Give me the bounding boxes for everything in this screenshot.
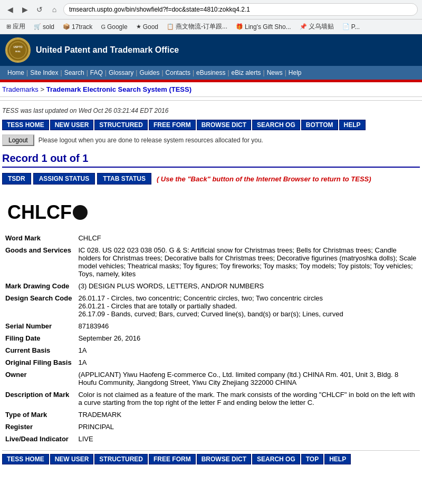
nav-search[interactable]: Search <box>62 68 87 77</box>
reload-button[interactable]: ↺ <box>34 4 45 15</box>
table-row: Original Filing Basis 1A <box>2 356 420 369</box>
search-og-bottom-button[interactable]: SEARCH OG <box>252 454 300 464</box>
field-label-goods-services: Goods and Services <box>2 244 75 280</box>
bookmark-yiwu[interactable]: 📌 义乌墙贴 <box>298 21 336 32</box>
bookmark-yiwu-label: 义乌墙贴 <box>309 22 334 31</box>
table-row: Filing Date September 26, 2016 <box>2 332 420 344</box>
trademark-circle <box>73 205 88 220</box>
bookmark-lings[interactable]: 🎁 Ling's Gift Sho... <box>234 22 293 32</box>
field-value-word-mark: CHLCF <box>75 232 420 244</box>
table-row: Type of Mark TRADEMARK <box>2 409 420 421</box>
nav-ebusiness[interactable]: eBusiness <box>194 68 227 77</box>
nav-guides[interactable]: Guides <box>137 68 161 77</box>
structured-button[interactable]: STRUCTURED <box>94 120 148 130</box>
trademark-data-table: Word Mark CHLCF Goods and Services IC 02… <box>2 232 420 445</box>
help-bottom-button[interactable]: HELP <box>324 454 351 464</box>
breadcrumb-trademarks[interactable]: Trademarks <box>2 85 39 93</box>
breadcrumb-divider <box>0 100 422 101</box>
yanwen-icon: 📋 <box>167 23 174 30</box>
search-og-button[interactable]: SEARCH OG <box>252 120 300 130</box>
svg-text:USPTO: USPTO <box>13 45 22 49</box>
field-label-mark-drawing: Mark Drawing Code <box>2 280 75 292</box>
logout-message: Please logout when you are done to relea… <box>39 137 263 144</box>
field-value-goods-services: IC 028. US 022 023 038 050. G & S: Artif… <box>75 244 420 280</box>
tess-home-button[interactable]: TESS HOME <box>2 120 49 130</box>
breadcrumb-current: Trademark Electronic Search System (TESS… <box>46 85 191 93</box>
breadcrumb-arrow: > <box>41 85 46 93</box>
home-button[interactable]: ⌂ <box>49 4 60 15</box>
bookmark-yanwen-label: 燕文物流-订单跟... <box>176 22 227 31</box>
table-row: Mark Drawing Code (3) DESIGN PLUS WORDS,… <box>2 280 420 292</box>
bookmark-good[interactable]: ★ Good <box>134 22 160 32</box>
nav-buttons-top: TESS HOME NEW USER STRUCTURED FREE FORM … <box>2 120 420 130</box>
table-row: Description of Mark Color is not claimed… <box>2 389 420 409</box>
back-note: ( Use the "Back" button of the Internet … <box>157 175 371 183</box>
bookmark-17track[interactable]: 📦 17track <box>61 22 94 32</box>
nav-buttons-bottom: TESS HOME NEW USER STRUCTURED FREE FORM … <box>2 454 420 464</box>
uspto-nav: Home | Site Index | Search | FAQ | Gloss… <box>0 66 422 80</box>
tsdr-button[interactable]: TSDR <box>2 173 31 185</box>
table-row: Live/Dead Indicator LIVE <box>2 433 420 445</box>
bottom-button[interactable]: BOTTOM <box>301 120 338 130</box>
nav-contacts[interactable]: Contacts <box>164 68 193 77</box>
breadcrumb: Trademarks > Trademark Electronic Search… <box>0 82 422 97</box>
nav-help[interactable]: Help <box>286 68 304 77</box>
table-row: Word Mark CHLCF <box>2 232 420 244</box>
help-button[interactable]: HELP <box>339 120 366 130</box>
field-value-owner: (APPLICANT) Yiwu Haofeng E-commerce Co.,… <box>75 369 420 389</box>
field-label-current-basis: Current Basis <box>2 344 75 356</box>
bookmark-p[interactable]: 📄 P... <box>340 22 362 32</box>
field-label-filing-date: Filing Date <box>2 332 75 344</box>
field-label-original-filing: Original Filing Basis <box>2 356 75 369</box>
bookmark-yanwen[interactable]: 📋 燕文物流-订单跟... <box>165 21 229 32</box>
yiwu-icon: 📌 <box>300 23 307 30</box>
good-icon: ★ <box>136 23 141 30</box>
back-button[interactable]: ◀ <box>4 4 16 15</box>
browse-dict-bottom-button[interactable]: BROWSE DICT <box>197 454 251 464</box>
tess-home-bottom-button[interactable]: TESS HOME <box>2 454 49 464</box>
logout-button[interactable]: Logout <box>2 134 34 146</box>
free-form-bottom-button[interactable]: FREE FORM <box>149 454 196 464</box>
nav-news[interactable]: News <box>265 68 285 77</box>
address-bar[interactable] <box>63 3 418 16</box>
sold-icon: 🛒 <box>34 23 41 30</box>
nav-home[interactable]: Home <box>5 68 26 77</box>
browse-dict-button[interactable]: BROWSE DICT <box>197 120 251 130</box>
lings-icon: 🎁 <box>236 23 243 30</box>
svg-text:SEAL: SEAL <box>15 50 21 53</box>
bookmark-sold[interactable]: 🛒 sold <box>32 22 56 32</box>
bookmarks-bar: ⊞ 应用 🛒 sold 📦 17track G Google ★ Good 📋 … <box>0 20 422 34</box>
field-value-register: PRINCIPAL <box>75 421 420 433</box>
nav-faq[interactable]: FAQ <box>88 68 105 77</box>
new-user-button[interactable]: NEW USER <box>50 120 94 130</box>
bookmark-17track-label: 17track <box>72 23 92 31</box>
forward-button[interactable]: ▶ <box>19 4 31 15</box>
google-icon: G <box>101 24 106 30</box>
top-bottom-button[interactable]: TOP <box>301 454 323 464</box>
uspto-header: USPTO SEAL United Patent and Trademark O… <box>0 34 422 66</box>
new-user-bottom-button[interactable]: NEW USER <box>50 454 94 464</box>
bookmark-google[interactable]: G Google <box>99 22 129 32</box>
bookmark-sold-label: sold <box>43 23 54 31</box>
field-value-type-of-mark: TRADEMARK <box>75 409 420 421</box>
field-value-original-filing: 1A <box>75 356 420 369</box>
field-label-type-of-mark: Type of Mark <box>2 409 75 421</box>
action-buttons: TSDR ASSIGN STATUS TTAB STATUS ( Use the… <box>2 173 420 185</box>
field-value-description: Color is not claimed as a feature of the… <box>75 389 420 409</box>
17track-icon: 📦 <box>63 23 70 30</box>
bookmark-apps[interactable]: ⊞ 应用 <box>4 21 27 32</box>
uspto-seal: USPTO SEAL <box>5 37 31 63</box>
main-content: TESS was last updated on Wed Oct 26 03:2… <box>0 104 422 472</box>
bookmark-lings-label: Ling's Gift Sho... <box>245 23 291 31</box>
structured-bottom-button[interactable]: STRUCTURED <box>94 454 148 464</box>
bookmark-apps-label: 应用 <box>13 22 25 31</box>
record-heading: Record 1 out of 1 <box>2 152 420 168</box>
field-value-serial: 87183946 <box>75 320 420 332</box>
nav-glossary[interactable]: Glossary <box>107 68 136 77</box>
free-form-button[interactable]: FREE FORM <box>149 120 196 130</box>
ttab-status-button[interactable]: TTAB STATUS <box>97 173 151 185</box>
assign-status-button[interactable]: ASSIGN STATUS <box>33 173 95 185</box>
table-row: Register PRINCIPAL <box>2 421 420 433</box>
nav-site-index[interactable]: Site Index <box>28 68 60 77</box>
nav-ebiz-alerts[interactable]: eBiz alerts <box>229 68 263 77</box>
